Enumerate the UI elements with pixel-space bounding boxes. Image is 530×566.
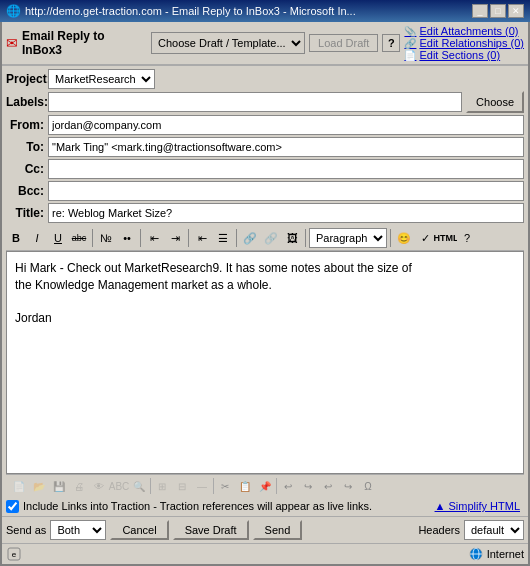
ordered-list-button[interactable]: № <box>96 228 116 248</box>
sections-icon: 📄 <box>404 50 416 61</box>
footer-row: Send as Both HTML Text Cancel Save Draft… <box>2 516 528 543</box>
tool-find[interactable]: 🔍 <box>130 477 148 495</box>
tool-save[interactable]: 💾 <box>50 477 68 495</box>
cc-label: Cc: <box>6 162 44 176</box>
send-as-select[interactable]: Both HTML Text <box>50 520 106 540</box>
bottom-toolbar: 📄 📂 💾 🖨 👁 ABC 🔍 ⊞ ⊟ — ✂ 📋 📌 ↩ ↪ ↩ ↪ Ω <box>6 474 524 497</box>
window-body: ✉ Email Reply to InBox3 Choose Draft / T… <box>0 22 530 566</box>
maximize-button[interactable]: □ <box>490 4 506 18</box>
edit-relationships-link[interactable]: 🔗 Edit Relationships (0) <box>404 37 524 49</box>
tool-sep-3 <box>276 478 277 494</box>
tool-redo2[interactable]: ↪ <box>339 477 357 495</box>
formatting-bar: B I U abc № •• ⇤ ⇥ ⇤ ☰ 🔗 🔗 🖼 Paragraph 😊… <box>6 226 524 251</box>
cc-input[interactable] <box>48 159 524 179</box>
editor-container: B I U abc № •• ⇤ ⇥ ⇤ ☰ 🔗 🔗 🖼 Paragraph 😊… <box>2 226 528 497</box>
tool-open[interactable]: 📂 <box>30 477 48 495</box>
tool-form[interactable]: ⊟ <box>173 477 191 495</box>
fmt-separator-4 <box>236 229 237 247</box>
fmt-separator-1 <box>92 229 93 247</box>
internet-text: Internet <box>487 548 524 560</box>
unordered-list-button[interactable]: •• <box>117 228 137 248</box>
special-char-button[interactable]: ✓ <box>415 228 435 248</box>
tool-special[interactable]: Ω <box>359 477 377 495</box>
editor-body[interactable]: Hi Mark - Check out MarketResearch9. It … <box>6 251 524 474</box>
align-center-button[interactable]: ☰ <box>213 228 233 248</box>
close-button[interactable]: ✕ <box>508 4 524 18</box>
bcc-label: Bcc: <box>6 184 44 198</box>
dialog-title: Email Reply to InBox3 <box>22 29 147 57</box>
smiley-button[interactable]: 😊 <box>394 228 414 248</box>
project-label: Project: <box>6 72 44 86</box>
title-label: Title: <box>6 206 44 220</box>
help-button[interactable]: ? <box>382 34 400 52</box>
tool-hr[interactable]: — <box>193 477 211 495</box>
italic-button[interactable]: I <box>27 228 47 248</box>
headers-select[interactable]: default show hide <box>464 520 524 540</box>
email-icon: ✉ <box>6 35 18 51</box>
unlink-button[interactable]: 🔗 <box>261 228 281 248</box>
fmt-separator-6 <box>390 229 391 247</box>
link-button[interactable]: 🔗 <box>240 228 260 248</box>
load-draft-button[interactable]: Load Draft <box>309 34 378 52</box>
title-input[interactable] <box>48 203 524 223</box>
tool-copy[interactable]: 📋 <box>236 477 254 495</box>
bold-button[interactable]: B <box>6 228 26 248</box>
svg-text:e: e <box>12 550 17 559</box>
tool-print[interactable]: 🖨 <box>70 477 88 495</box>
include-links-checkbox[interactable] <box>6 500 19 513</box>
choose-button[interactable]: Choose <box>466 91 524 113</box>
cc-row: Cc: <box>6 159 524 179</box>
to-label: To: <box>6 140 44 154</box>
format-help-button[interactable]: ? <box>457 228 477 248</box>
edit-attachments-link[interactable]: 📎 Edit Attachments (0) <box>404 25 524 37</box>
tool-new[interactable]: 📄 <box>10 477 28 495</box>
draft-dropdown[interactable]: Choose Draft / Template... <box>151 32 305 54</box>
relationship-icon: 🔗 <box>404 38 416 49</box>
globe-icon <box>469 547 483 561</box>
from-input[interactable] <box>48 115 524 135</box>
edit-sections-link[interactable]: 📄 Edit Sections (0) <box>404 49 524 61</box>
fmt-separator-5 <box>305 229 306 247</box>
tool-spell[interactable]: ABC <box>110 477 128 495</box>
include-links-label: Include Links into Traction - Traction r… <box>23 500 431 512</box>
bcc-row: Bcc: <box>6 181 524 201</box>
strikethrough-button[interactable]: abc <box>69 228 89 248</box>
image-button[interactable]: 🖼 <box>282 228 302 248</box>
title-row: Title: <box>6 203 524 223</box>
save-draft-button[interactable]: Save Draft <box>173 520 249 540</box>
to-row: To: <box>6 137 524 157</box>
from-label: From: <box>6 118 44 132</box>
tool-preview[interactable]: 👁 <box>90 477 108 495</box>
tool-undo[interactable]: ↩ <box>279 477 297 495</box>
html-button[interactable]: HTML <box>436 228 456 248</box>
indent-less-button[interactable]: ⇤ <box>144 228 164 248</box>
tool-sep-2 <box>213 478 214 494</box>
align-left-button[interactable]: ⇤ <box>192 228 212 248</box>
project-select[interactable]: MarketResearch <box>48 69 155 89</box>
checkbox-row: Include Links into Traction - Traction r… <box>2 497 528 516</box>
paragraph-select[interactable]: Paragraph <box>309 228 387 248</box>
status-bar: e Internet <box>2 543 528 564</box>
labels-input[interactable] <box>48 92 462 112</box>
cancel-button[interactable]: Cancel <box>110 520 168 540</box>
labels-label: Labels: <box>6 95 44 109</box>
tool-cut[interactable]: ✂ <box>216 477 234 495</box>
to-input[interactable] <box>48 137 524 157</box>
minimize-button[interactable]: _ <box>472 4 488 18</box>
top-section: ✉ Email Reply to InBox3 Choose Draft / T… <box>2 22 528 66</box>
indent-more-button[interactable]: ⇥ <box>165 228 185 248</box>
project-row: Project: MarketResearch <box>6 69 524 89</box>
send-button[interactable]: Send <box>253 520 303 540</box>
tool-redo[interactable]: ↪ <box>299 477 317 495</box>
form-area: Project: MarketResearch Labels: Choose F… <box>2 66 528 226</box>
title-bar: 🌐 http://demo.get-traction.com - Email R… <box>0 0 530 22</box>
tool-table[interactable]: ⊞ <box>153 477 171 495</box>
fmt-separator-3 <box>188 229 189 247</box>
tool-sep-1 <box>150 478 151 494</box>
status-icon: e <box>6 546 22 562</box>
tool-undo2[interactable]: ↩ <box>319 477 337 495</box>
bcc-input[interactable] <box>48 181 524 201</box>
tool-paste[interactable]: 📌 <box>256 477 274 495</box>
simplify-html-link[interactable]: ▲ Simplify HTML <box>435 500 524 512</box>
underline-button[interactable]: U <box>48 228 68 248</box>
